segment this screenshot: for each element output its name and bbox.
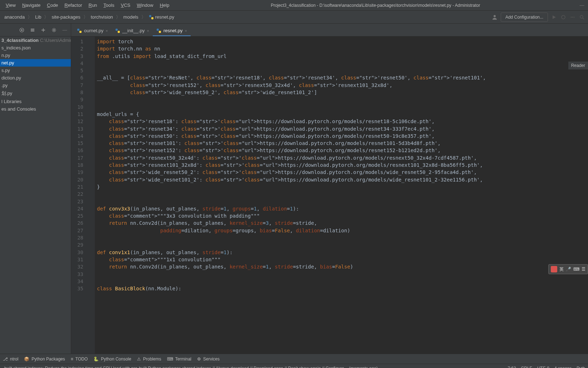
bottom-tool-terminal[interactable]: ⌨Terminal [167,357,191,362]
breadcrumb-sep: 〉 [141,14,146,20]
gear-icon[interactable] [51,27,57,33]
svg-point-4 [571,16,572,18]
svg-point-7 [580,15,583,18]
line-number: 26 [71,219,90,227]
ime-toolbar[interactable]: 英 🎤 ⌨ ☰ [548,264,588,274]
reader-mode-tab[interactable]: Reader [568,62,588,69]
code-line: class="str">'resnext101_32x8d': class="s… [97,161,588,169]
bottom-tool-python-packages[interactable]: 📦Python Packages [24,357,65,362]
expand-icon[interactable] [29,27,36,33]
code-editor[interactable]: import torchimport torch.nn as nnfrom .u… [95,37,588,354]
svg-rect-16 [157,29,159,31]
ime-menu-icon[interactable]: ☰ [582,267,585,272]
svg-rect-13 [79,31,82,33]
window-title: Project3_4classification - D:\software\a… [172,3,579,8]
search-icon[interactable] [579,14,585,20]
bottom-tool-services[interactable]: ⚙Services [197,357,220,362]
breadcrumb-item[interactable]: models [122,14,140,20]
more-icon[interactable] [569,14,576,20]
breadcrumb-sep: 〉 [28,14,32,20]
menu-item-code[interactable]: Code [44,1,61,9]
svg-rect-15 [118,31,120,33]
editor-tab[interactable]: resnet.py× [153,26,191,36]
tree-item[interactable]: diction.py [0,74,71,82]
line-number: 6 [71,74,90,81]
ime-keyboard-icon[interactable]: ⌨ [573,267,579,272]
bottom-tool-todo[interactable]: ≡TODO [71,357,88,362]
svg-rect-0 [149,15,151,17]
collapse-icon[interactable] [40,27,46,33]
status-cell[interactable]: UTF-8 [537,366,549,368]
status-cell[interactable]: 7:62 [508,366,516,368]
tool-icon: 🐍 [93,357,99,362]
target-icon[interactable] [19,27,25,33]
line-number: 11 [71,111,90,118]
hide-icon[interactable]: — [62,27,68,33]
tree-item[interactable]: s_indices.json [0,44,71,52]
code-line: class BasicBlock(nn.Module): [97,285,588,292]
bottom-tool-python-console[interactable]: 🐍Python Console [93,357,131,362]
svg-point-6 [574,16,575,18]
tree-item[interactable]: net.py [0,59,71,67]
line-number: 9 [71,96,90,103]
close-icon[interactable]: × [106,29,108,33]
svg-line-8 [583,18,584,19]
code-line [97,96,588,103]
breadcrumb-item[interactable]: Lib [34,14,43,20]
tree-item[interactable]: 划.py [0,89,71,98]
status-cell[interactable]: Pyth [577,366,585,368]
breadcrumb-item[interactable]: site-packages [50,14,82,20]
bottom-tool-problems[interactable]: ⚠Problems [137,357,161,362]
editor-tab[interactable]: ournet.py× [73,26,112,36]
menu-bar: FileEditViewNavigateCodeRefactorRunTools… [3,1,172,9]
code-line [97,60,588,67]
tree-item[interactable]: es and Consoles [0,105,71,113]
project-tree[interactable]: 3_4classification C:\Users\Administrs_in… [0,37,71,354]
status-cell[interactable]: 4 spaces [554,366,572,368]
menu-item-help[interactable]: Help [157,1,172,9]
run-icon[interactable] [551,14,557,20]
code-line [97,190,588,198]
code-line: def conv3x3(in_planes, out_planes, strid… [97,205,588,212]
debug-icon[interactable] [560,14,567,20]
code-line: class="str">'resnet152': class="str">'cl… [97,147,588,154]
breadcrumb-item[interactable]: torchvision [89,14,114,20]
minimize-icon[interactable]: — [579,2,585,9]
breadcrumb-item[interactable]: resnet.py [147,14,176,21]
menu-item-view[interactable]: View [3,1,19,9]
line-number: 14 [71,132,90,140]
line-number: 13 [71,125,90,132]
bottom-tool-ntrol[interactable]: ⎇ntrol [3,357,18,362]
code-line: from .utils import load_state_dict_from_… [97,53,588,60]
tree-item[interactable]: .py [0,82,71,89]
tree-item[interactable]: l Libraries [0,98,71,105]
svg-point-5 [572,16,573,18]
ime-voice-icon[interactable]: 🎤 [566,267,571,272]
breadcrumb-item[interactable]: anaconda [3,14,26,20]
ime-lang: 英 [559,266,564,272]
menu-item-window[interactable]: Window [134,1,156,9]
close-icon[interactable]: × [147,29,149,33]
menu-item-navigate[interactable]: Navigate [19,1,43,9]
editor-tab[interactable]: __init__.py× [112,26,153,36]
line-number: 28 [71,234,90,241]
menu-item-run[interactable]: Run [86,1,100,9]
tool-icon: ⚠ [137,357,141,362]
menu-item-vcs[interactable]: VCS [118,1,133,9]
menu-item-tools[interactable]: Tools [101,1,117,9]
code-line: class="str">'resnext50_32x4d': class="st… [97,154,588,161]
tool-icon: ⚙ [197,357,201,362]
menu-item-refactor[interactable]: Refactor [62,1,85,9]
add-configuration-button[interactable]: Add Configuration... [501,13,548,22]
status-cell[interactable]: CRLF [521,366,532,368]
tree-header[interactable]: 3_4classification C:\Users\Administr [0,37,71,44]
line-number: 35 [71,285,90,292]
line-number: 4 [71,60,90,67]
user-icon[interactable] [491,14,498,20]
bottom-tool-bar: ⎇ntrol📦Python Packages≡TODO🐍Python Conso… [0,354,588,364]
tree-item[interactable]: n.py [0,52,71,59]
line-number: 7 [71,82,90,89]
tree-item[interactable]: s.py [0,67,71,74]
code-line [97,241,588,248]
close-icon[interactable]: × [185,29,187,33]
